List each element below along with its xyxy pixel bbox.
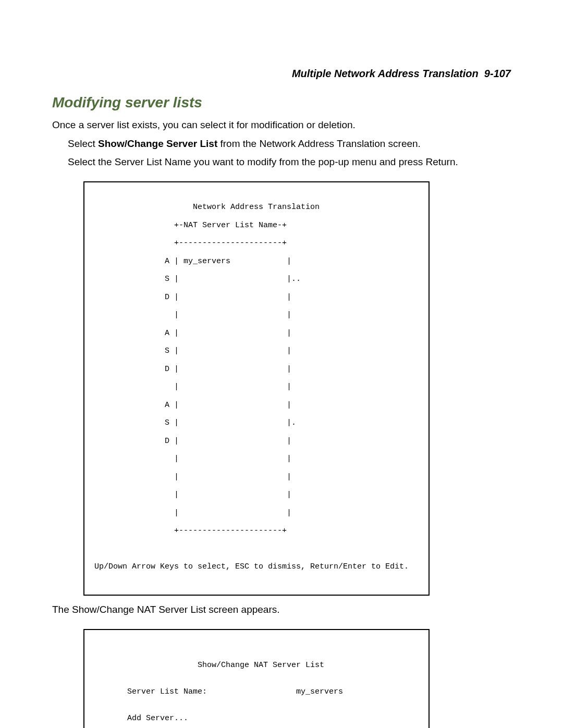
terminal-screen-1: Network Address Translation +-NAT Server… xyxy=(83,181,430,596)
screen1-blank xyxy=(90,545,423,553)
screen1-row-pad4: | | xyxy=(90,509,423,517)
header-page: 9-107 xyxy=(484,68,511,79)
step-1: Select Show/Change Server List from the … xyxy=(68,137,511,151)
screen1-divider-top: +----------------------+ xyxy=(90,239,423,248)
after-screen1-text: The Show/Change NAT Server List screen a… xyxy=(52,603,511,616)
section-heading: Modifying server lists xyxy=(52,94,511,111)
step-2: Select the Server List Name you want to … xyxy=(68,155,511,169)
screen1-row-pad3: | | xyxy=(90,490,423,499)
step1-suffix: from the Network Address Translation scr… xyxy=(217,138,421,149)
screen1-row-10: D | | xyxy=(90,437,423,446)
screen1-row-6: D | | xyxy=(90,365,423,374)
screen1-row-0: A | my_servers | xyxy=(90,257,423,266)
intro-paragraph: Once a server list exists, you can selec… xyxy=(52,118,511,132)
screen1-row-9: S | |. xyxy=(90,418,423,427)
screen1-row-pad1: | | xyxy=(90,454,423,463)
screen1-popup-header: +-NAT Server List Name-+ xyxy=(90,221,423,230)
screen2-menu-0: Add Server... xyxy=(90,712,423,725)
screen1-footer: Up/Down Arrow Keys to select, ESC to dis… xyxy=(90,562,423,571)
screen2-title: Show/Change NAT Server List xyxy=(90,659,423,672)
screen2-field: Server List Name: my_servers xyxy=(90,685,423,699)
terminal-screen-2: Show/Change NAT Server List Server List … xyxy=(83,629,430,728)
step1-prefix: Select xyxy=(68,138,98,149)
screen1-row-7: | | xyxy=(90,382,423,391)
screen1-row-pad2: | | xyxy=(90,473,423,482)
screen1-row-2: D | | xyxy=(90,293,423,302)
running-header: Multiple Network Address Translation 9-1… xyxy=(52,68,511,80)
screen1-row-8: A | | xyxy=(90,401,423,410)
screen1-divider-bottom: +----------------------+ xyxy=(90,526,423,535)
screen1-row-1: S | |.. xyxy=(90,275,423,283)
screen1-title: Network Address Translation xyxy=(90,203,423,212)
screen1-row-4: A | | xyxy=(90,329,423,338)
page: Multiple Network Address Translation 9-1… xyxy=(0,0,563,728)
header-title: Multiple Network Address Translation xyxy=(292,68,479,79)
screen1-row-3: | | xyxy=(90,311,423,319)
screen1-row-5: S | | xyxy=(90,347,423,355)
step1-bold: Show/Change Server List xyxy=(98,138,217,149)
